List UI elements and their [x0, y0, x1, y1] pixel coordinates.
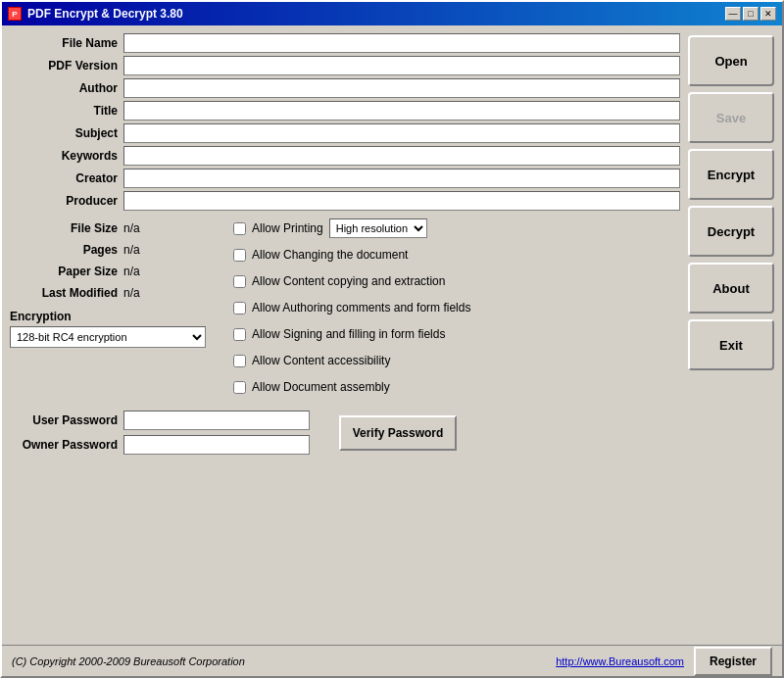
sidebar: Open Save Encrypt Decrypt About Exit [688, 33, 774, 637]
encryption-label: Encryption [10, 310, 225, 323]
checkboxes-area: Allow Printing High resolution Low resol… [233, 218, 680, 398]
allow-authoring-label: Allow Authoring comments and form fields [252, 301, 470, 315]
title-row: Title [10, 101, 680, 121]
allow-authoring-row: Allow Authoring comments and form fields [233, 297, 680, 318]
papersize-row: Paper Size n/a [10, 261, 225, 282]
allow-content-copy-label: Allow Content copying and extraction [252, 274, 445, 288]
save-button[interactable]: Save [688, 92, 774, 143]
main-panel: File Name PDF Version Author Title Subje… [10, 33, 680, 637]
password-fields: User Password Owner Password [10, 411, 310, 455]
allow-content-copy-checkbox[interactable] [233, 275, 246, 288]
minimize-button[interactable]: — [725, 7, 741, 21]
producer-row: Producer [10, 191, 680, 211]
lastmodified-label: Last Modified [10, 286, 118, 300]
user-password-input[interactable] [123, 411, 310, 430]
subject-label: Subject [10, 126, 118, 140]
allow-accessibility-label: Allow Content accessibility [252, 354, 390, 367]
info-left: File Size n/a Pages n/a Paper Size n/a L… [10, 218, 225, 398]
title-input[interactable] [123, 101, 680, 121]
allow-assembly-checkbox[interactable] [233, 381, 246, 394]
allow-changing-label: Allow Changing the document [252, 248, 408, 262]
exit-button[interactable]: Exit [688, 319, 774, 370]
filename-input[interactable] [123, 33, 680, 53]
papersize-value: n/a [123, 265, 140, 278]
allow-content-copy-row: Allow Content copying and extraction [233, 270, 680, 292]
papersize-label: Paper Size [10, 265, 118, 278]
user-password-label: User Password [10, 413, 118, 427]
title-bar-left: P PDF Encrypt & Decrypt 3.80 [8, 7, 183, 21]
title-bar: P PDF Encrypt & Decrypt 3.80 — □ ✕ [2, 2, 782, 25]
author-input[interactable] [123, 78, 680, 98]
open-button[interactable]: Open [688, 35, 774, 86]
allow-assembly-row: Allow Document assembly [233, 376, 680, 398]
title-controls: — □ ✕ [725, 7, 776, 21]
pdfversion-input[interactable] [123, 56, 680, 75]
allow-printing-label: Allow Printing [252, 221, 323, 235]
filesize-label: File Size [10, 221, 118, 235]
pages-value: n/a [123, 243, 140, 257]
allow-accessibility-checkbox[interactable] [233, 355, 246, 367]
filename-row: File Name [10, 33, 680, 53]
author-label: Author [10, 81, 118, 95]
owner-password-input[interactable] [123, 435, 310, 455]
allow-changing-row: Allow Changing the document [233, 244, 680, 266]
producer-label: Producer [10, 194, 118, 208]
filesize-value: n/a [123, 221, 140, 235]
bottom-right: http://www.Bureausoft.com Register [556, 647, 772, 676]
subject-input[interactable] [123, 123, 680, 143]
allow-printing-checkbox[interactable] [233, 222, 246, 235]
allow-authoring-checkbox[interactable] [233, 302, 246, 315]
passwords-area: User Password Owner Password Verify Pass… [10, 411, 680, 455]
allow-changing-checkbox[interactable] [233, 249, 246, 262]
keywords-row: Keywords [10, 146, 680, 166]
encryption-section-left: Encryption 128-bit RC4 encryption 40-bit… [10, 310, 225, 348]
about-button[interactable]: About [688, 263, 774, 314]
pdfversion-row: PDF Version [10, 56, 680, 75]
subject-row: Subject [10, 123, 680, 143]
allow-printing-row: Allow Printing High resolution Low resol… [233, 218, 680, 239]
pages-label: Pages [10, 243, 118, 257]
allow-accessibility-row: Allow Content accessibility [233, 350, 680, 371]
maximize-button[interactable]: □ [743, 7, 759, 21]
printing-quality-select[interactable]: High resolution Low resolution None [329, 218, 427, 238]
window-title: PDF Encrypt & Decrypt 3.80 [27, 7, 183, 21]
encryption-select[interactable]: 128-bit RC4 encryption 40-bit RC4 encryp… [10, 326, 206, 348]
keywords-input[interactable] [123, 146, 680, 166]
encrypt-button[interactable]: Encrypt [688, 149, 774, 200]
keywords-label: Keywords [10, 149, 118, 163]
pages-row: Pages n/a [10, 239, 225, 261]
allow-signing-checkbox[interactable] [233, 328, 246, 341]
app-icon: P [8, 7, 22, 21]
copyright-text: (C) Copyright 2000-2009 Bureausoft Corpo… [12, 655, 245, 667]
creator-label: Creator [10, 171, 118, 185]
creator-row: Creator [10, 169, 680, 188]
website-link[interactable]: http://www.Bureausoft.com [556, 655, 684, 667]
content-area: File Name PDF Version Author Title Subje… [2, 25, 782, 645]
allow-signing-label: Allow Signing and filling in form fields [252, 327, 445, 341]
allow-signing-row: Allow Signing and filling in form fields [233, 323, 680, 345]
lastmodified-value: n/a [123, 286, 140, 300]
filename-label: File Name [10, 36, 118, 50]
pdfversion-label: PDF Version [10, 59, 118, 73]
owner-password-row: Owner Password [10, 435, 310, 455]
lastmodified-row: Last Modified n/a [10, 282, 225, 304]
author-row: Author [10, 78, 680, 98]
register-button[interactable]: Register [694, 647, 772, 676]
allow-assembly-label: Allow Document assembly [252, 380, 390, 394]
user-password-row: User Password [10, 411, 310, 430]
owner-password-label: Owner Password [10, 438, 118, 452]
title-label: Title [10, 104, 118, 118]
close-button[interactable]: ✕ [760, 7, 776, 21]
main-window: P PDF Encrypt & Decrypt 3.80 — □ ✕ File … [0, 0, 784, 678]
verify-password-button[interactable]: Verify Password [339, 415, 457, 451]
bottom-bar: (C) Copyright 2000-2009 Bureausoft Corpo… [2, 645, 782, 676]
filesize-row: File Size n/a [10, 218, 225, 239]
info-section: File Size n/a Pages n/a Paper Size n/a L… [10, 218, 680, 398]
creator-input[interactable] [123, 169, 680, 188]
producer-input[interactable] [123, 191, 680, 211]
decrypt-button[interactable]: Decrypt [688, 206, 774, 257]
